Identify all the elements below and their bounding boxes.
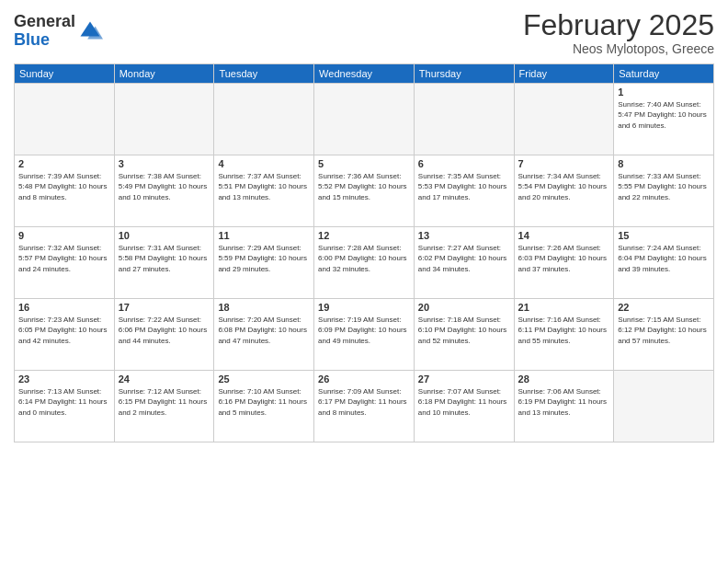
day-number: 14 <box>518 230 610 241</box>
day-number: 24 <box>119 373 210 385</box>
calendar-cell: 14Sunrise: 7:26 AM Sunset: 6:03 PM Dayli… <box>514 227 614 299</box>
weekday-header-row: SundayMondayTuesdayWednesdayThursdayFrid… <box>15 64 714 84</box>
day-number: 12 <box>318 230 410 241</box>
calendar-cell <box>15 84 115 155</box>
day-info: Sunrise: 7:15 AM Sunset: 6:12 PM Dayligh… <box>618 315 710 346</box>
calendar-cell <box>514 84 614 155</box>
calendar-cell: 27Sunrise: 7:07 AM Sunset: 6:18 PM Dayli… <box>414 371 514 442</box>
calendar: SundayMondayTuesdayWednesdayThursdayFrid… <box>14 63 714 442</box>
calendar-cell: 7Sunrise: 7:34 AM Sunset: 5:54 PM Daylig… <box>514 155 614 227</box>
calendar-cell: 26Sunrise: 7:09 AM Sunset: 6:17 PM Dayli… <box>314 371 415 442</box>
day-info: Sunrise: 7:23 AM Sunset: 6:05 PM Dayligh… <box>18 315 110 346</box>
day-number: 28 <box>518 373 610 385</box>
day-info: Sunrise: 7:07 AM Sunset: 6:18 PM Dayligh… <box>418 386 510 418</box>
day-number: 23 <box>18 373 110 385</box>
day-info: Sunrise: 7:16 AM Sunset: 6:11 PM Dayligh… <box>518 315 610 346</box>
day-info: Sunrise: 7:29 AM Sunset: 5:59 PM Dayligh… <box>218 243 310 274</box>
month-year: February 2025 <box>523 9 714 41</box>
calendar-cell: 23Sunrise: 7:13 AM Sunset: 6:14 PM Dayli… <box>15 371 115 442</box>
calendar-cell: 16Sunrise: 7:23 AM Sunset: 6:05 PM Dayli… <box>15 299 115 371</box>
weekday-header-thursday: Thursday <box>414 64 514 84</box>
day-number: 17 <box>119 302 210 313</box>
calendar-cell: 9Sunrise: 7:32 AM Sunset: 5:57 PM Daylig… <box>15 227 115 299</box>
calendar-cell: 1Sunrise: 7:40 AM Sunset: 5:47 PM Daylig… <box>614 84 714 155</box>
calendar-cell: 19Sunrise: 7:19 AM Sunset: 6:09 PM Dayli… <box>314 299 415 371</box>
calendar-cell: 11Sunrise: 7:29 AM Sunset: 5:59 PM Dayli… <box>214 227 314 299</box>
weekday-header-tuesday: Tuesday <box>214 64 314 84</box>
day-info: Sunrise: 7:34 AM Sunset: 5:54 PM Dayligh… <box>518 171 610 202</box>
day-number: 26 <box>318 373 410 385</box>
week-row-2: 2Sunrise: 7:39 AM Sunset: 5:48 PM Daylig… <box>15 155 714 227</box>
day-info: Sunrise: 7:20 AM Sunset: 6:08 PM Dayligh… <box>218 315 310 346</box>
day-info: Sunrise: 7:18 AM Sunset: 6:10 PM Dayligh… <box>418 315 510 346</box>
calendar-cell: 17Sunrise: 7:22 AM Sunset: 6:06 PM Dayli… <box>114 299 214 371</box>
calendar-cell: 10Sunrise: 7:31 AM Sunset: 5:58 PM Dayli… <box>114 227 214 299</box>
weekday-header-wednesday: Wednesday <box>314 64 415 84</box>
weekday-header-monday: Monday <box>114 64 214 84</box>
day-info: Sunrise: 7:28 AM Sunset: 6:00 PM Dayligh… <box>318 243 410 274</box>
day-info: Sunrise: 7:40 AM Sunset: 5:47 PM Dayligh… <box>618 99 710 131</box>
logo: General Blue <box>14 13 103 50</box>
day-number: 4 <box>218 158 310 169</box>
day-number: 13 <box>418 230 510 241</box>
calendar-cell: 21Sunrise: 7:16 AM Sunset: 6:11 PM Dayli… <box>514 299 614 371</box>
logo-general: General <box>14 12 75 30</box>
logo-text: General Blue <box>14 13 75 50</box>
day-info: Sunrise: 7:39 AM Sunset: 5:48 PM Dayligh… <box>18 171 110 202</box>
day-number: 5 <box>318 158 410 169</box>
day-number: 20 <box>418 302 510 313</box>
day-info: Sunrise: 7:13 AM Sunset: 6:14 PM Dayligh… <box>18 386 110 418</box>
day-info: Sunrise: 7:31 AM Sunset: 5:58 PM Dayligh… <box>119 243 210 274</box>
weekday-header-friday: Friday <box>514 64 614 84</box>
day-info: Sunrise: 7:35 AM Sunset: 5:53 PM Dayligh… <box>418 171 510 202</box>
day-info: Sunrise: 7:36 AM Sunset: 5:52 PM Dayligh… <box>318 171 410 202</box>
day-info: Sunrise: 7:19 AM Sunset: 6:09 PM Dayligh… <box>318 315 410 346</box>
day-info: Sunrise: 7:37 AM Sunset: 5:51 PM Dayligh… <box>218 171 310 202</box>
calendar-cell <box>314 84 415 155</box>
day-number: 21 <box>518 302 610 313</box>
week-row-3: 9Sunrise: 7:32 AM Sunset: 5:57 PM Daylig… <box>15 227 714 299</box>
day-info: Sunrise: 7:27 AM Sunset: 6:02 PM Dayligh… <box>418 243 510 274</box>
day-info: Sunrise: 7:32 AM Sunset: 5:57 PM Dayligh… <box>18 243 110 274</box>
calendar-cell: 22Sunrise: 7:15 AM Sunset: 6:12 PM Dayli… <box>614 299 714 371</box>
logo-blue: Blue <box>14 30 50 49</box>
day-number: 22 <box>618 302 710 313</box>
day-info: Sunrise: 7:38 AM Sunset: 5:49 PM Dayligh… <box>119 171 210 202</box>
calendar-cell: 4Sunrise: 7:37 AM Sunset: 5:51 PM Daylig… <box>214 155 314 227</box>
week-row-5: 23Sunrise: 7:13 AM Sunset: 6:14 PM Dayli… <box>15 371 714 442</box>
day-number: 1 <box>618 86 710 98</box>
calendar-cell: 13Sunrise: 7:27 AM Sunset: 6:02 PM Dayli… <box>414 227 514 299</box>
day-info: Sunrise: 7:22 AM Sunset: 6:06 PM Dayligh… <box>119 315 210 346</box>
calendar-cell <box>114 84 214 155</box>
day-number: 6 <box>418 158 510 169</box>
day-number: 18 <box>218 302 310 313</box>
day-info: Sunrise: 7:24 AM Sunset: 6:04 PM Dayligh… <box>618 243 710 274</box>
day-number: 8 <box>618 158 710 169</box>
calendar-cell: 8Sunrise: 7:33 AM Sunset: 5:55 PM Daylig… <box>614 155 714 227</box>
title-block: February 2025 Neos Mylotopos, Greece <box>523 9 714 56</box>
calendar-cell: 3Sunrise: 7:38 AM Sunset: 5:49 PM Daylig… <box>114 155 214 227</box>
calendar-cell: 6Sunrise: 7:35 AM Sunset: 5:53 PM Daylig… <box>414 155 514 227</box>
calendar-cell <box>614 371 714 442</box>
day-info: Sunrise: 7:10 AM Sunset: 6:16 PM Dayligh… <box>218 386 310 418</box>
day-info: Sunrise: 7:26 AM Sunset: 6:03 PM Dayligh… <box>518 243 610 274</box>
calendar-cell: 18Sunrise: 7:20 AM Sunset: 6:08 PM Dayli… <box>214 299 314 371</box>
header: General Blue February 2025 Neos Mylotopo… <box>14 9 714 56</box>
day-number: 16 <box>18 302 110 313</box>
day-info: Sunrise: 7:12 AM Sunset: 6:15 PM Dayligh… <box>119 386 210 418</box>
week-row-1: 1Sunrise: 7:40 AM Sunset: 5:47 PM Daylig… <box>15 84 714 155</box>
day-number: 11 <box>218 230 310 241</box>
calendar-cell: 2Sunrise: 7:39 AM Sunset: 5:48 PM Daylig… <box>15 155 115 227</box>
calendar-cell: 28Sunrise: 7:06 AM Sunset: 6:19 PM Dayli… <box>514 371 614 442</box>
day-info: Sunrise: 7:33 AM Sunset: 5:55 PM Dayligh… <box>618 171 710 202</box>
day-number: 3 <box>119 158 210 169</box>
day-info: Sunrise: 7:06 AM Sunset: 6:19 PM Dayligh… <box>518 386 610 418</box>
day-number: 9 <box>18 230 110 241</box>
day-number: 2 <box>18 158 110 169</box>
weekday-header-saturday: Saturday <box>614 64 714 84</box>
calendar-cell <box>414 84 514 155</box>
day-number: 25 <box>218 373 310 385</box>
day-number: 7 <box>518 158 610 169</box>
day-number: 10 <box>119 230 210 241</box>
page-container: General Blue February 2025 Neos Mylotopo… <box>0 0 728 563</box>
